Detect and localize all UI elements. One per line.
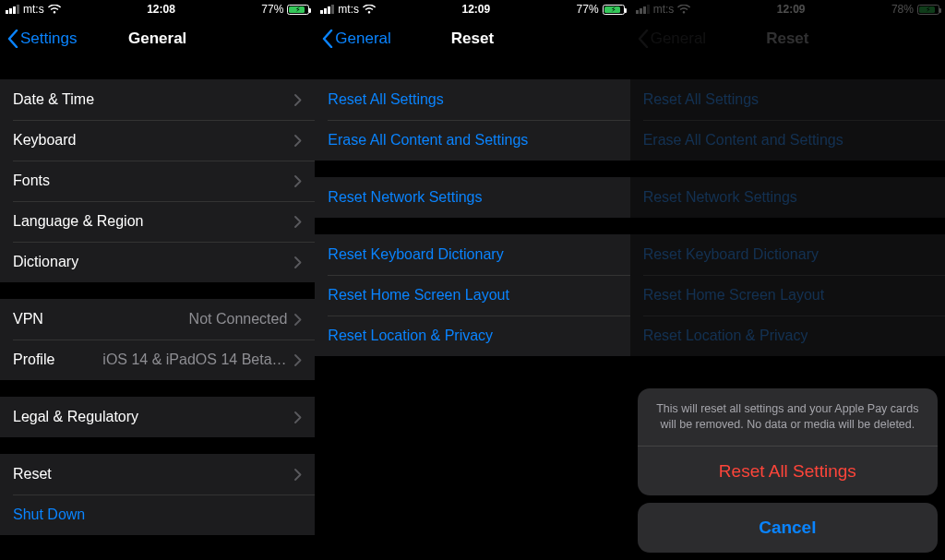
row-value: iOS 14 & iPadOS 14 Beta Softwar...	[102, 351, 287, 368]
action-sheet: This will reset all settings and your Ap…	[638, 388, 938, 553]
row-label: Reset Home Screen Layout	[643, 287, 825, 304]
row-label: Reset Location & Privacy	[643, 328, 808, 344]
row-label: Keyboard	[13, 132, 77, 149]
row-shut-down[interactable]: Shut Down	[0, 494, 315, 535]
row-label: Reset Location & Privacy	[328, 328, 493, 344]
group-reset-network: Reset Network Settings	[315, 177, 629, 218]
status-time: 12:08	[147, 3, 175, 16]
row-reset-all-settings: Reset All Settings	[630, 79, 945, 120]
row-reset-home-screen-layout[interactable]: Reset Home Screen Layout	[315, 275, 629, 316]
nav-bar: General Reset	[630, 18, 945, 59]
sheet-reset-all-button[interactable]: Reset All Settings	[638, 446, 938, 495]
nav-bar: General Reset	[315, 18, 629, 59]
chevron-right-icon	[294, 314, 302, 326]
row-label: Erase All Content and Settings	[328, 132, 528, 149]
row-erase-all-content[interactable]: Erase All Content and Settings	[315, 120, 629, 161]
sheet-message: This will reset all settings and your Ap…	[638, 388, 938, 446]
status-bar: mt:s 12:09 78% ⚡︎	[630, 0, 945, 18]
row-profile[interactable]: Profile iOS 14 & iPadOS 14 Beta Softwar.…	[0, 340, 315, 380]
row-label: Reset Home Screen Layout	[328, 287, 509, 304]
row-reset-location-privacy[interactable]: Reset Location & Privacy	[315, 316, 629, 356]
back-button[interactable]: Settings	[7, 30, 77, 48]
back-button: General	[638, 30, 706, 48]
status-bar: mt:s 12:08 77% ⚡︎	[0, 0, 315, 18]
row-erase-all-content: Erase All Content and Settings	[630, 120, 945, 161]
group-reset-shutdown: Reset Shut Down	[0, 454, 315, 535]
charging-bolt-icon: ⚡︎	[295, 6, 301, 14]
status-left: mt:s	[320, 3, 376, 16]
battery-percent: 77%	[261, 3, 283, 16]
row-label: Reset Network Settings	[328, 189, 482, 206]
chevron-right-icon	[294, 135, 302, 147]
chevron-right-icon	[294, 411, 302, 423]
row-label: Shut Down	[13, 506, 85, 523]
chevron-left-icon	[322, 30, 333, 48]
charging-bolt-icon: ⚡︎	[926, 6, 931, 14]
status-left: mt:s	[636, 3, 691, 16]
chevron-left-icon	[7, 30, 18, 48]
group-reset-other: Reset Keyboard Dictionary Reset Home Scr…	[630, 234, 945, 356]
row-legal-regulatory[interactable]: Legal & Regulatory	[0, 397, 315, 437]
row-fonts[interactable]: Fonts	[0, 161, 315, 201]
charging-bolt-icon: ⚡︎	[611, 6, 616, 14]
chevron-left-icon	[638, 30, 649, 48]
row-label: VPN	[13, 311, 43, 328]
row-label: Dictionary	[13, 254, 78, 270]
back-label: General	[651, 30, 706, 48]
row-reset[interactable]: Reset	[0, 454, 315, 494]
battery-icon: ⚡︎	[287, 5, 309, 15]
row-reset-keyboard-dictionary: Reset Keyboard Dictionary	[630, 234, 945, 275]
wifi-icon	[363, 5, 376, 14]
group-legal: Legal & Regulatory	[0, 397, 315, 437]
carrier-label: mt:s	[23, 3, 44, 16]
row-label: Reset Network Settings	[643, 189, 797, 206]
row-vpn[interactable]: VPN Not Connected	[0, 299, 315, 340]
battery-percent: 77%	[577, 3, 599, 16]
panel-reset-confirm: mt:s 12:09 78% ⚡︎ General Reset Reset Al…	[630, 0, 945, 560]
status-right: 78% ⚡︎	[891, 3, 939, 16]
row-label: Reset	[13, 466, 52, 483]
back-button[interactable]: General	[322, 30, 390, 48]
content: Date & Time Keyboard Fonts Language & Re…	[0, 59, 315, 560]
group-reset-all: Reset All Settings Erase All Content and…	[630, 79, 945, 161]
row-reset-home-screen-layout: Reset Home Screen Layout	[630, 275, 945, 316]
chevron-right-icon	[294, 216, 302, 228]
status-bar: mt:s 12:09 77% ⚡︎	[315, 0, 629, 18]
signal-icon	[6, 5, 19, 14]
back-label: General	[335, 30, 390, 48]
group-reset-other: Reset Keyboard Dictionary Reset Home Scr…	[315, 234, 629, 356]
wifi-icon	[677, 5, 690, 14]
group-vpn-profile: VPN Not Connected Profile iOS 14 & iPadO…	[0, 299, 315, 380]
chevron-right-icon	[294, 469, 302, 481]
row-dictionary[interactable]: Dictionary	[0, 242, 315, 282]
content: Reset All Settings Erase All Content and…	[315, 59, 629, 560]
chevron-right-icon	[294, 256, 302, 268]
group-datetime: Date & Time Keyboard Fonts Language & Re…	[0, 79, 315, 282]
row-label: Reset Keyboard Dictionary	[643, 246, 819, 263]
status-time: 12:09	[777, 3, 806, 16]
row-label: Date & Time	[13, 91, 94, 108]
status-right: 77% ⚡︎	[261, 3, 309, 16]
row-right: iOS 14 & iPadOS 14 Beta Softwar...	[102, 351, 302, 368]
nav-bar: Settings General	[0, 18, 315, 59]
row-label: Language & Region	[13, 213, 143, 230]
signal-icon	[636, 5, 650, 14]
row-reset-network-settings[interactable]: Reset Network Settings	[315, 177, 629, 218]
battery-icon: ⚡︎	[917, 5, 939, 15]
row-reset-all-settings[interactable]: Reset All Settings	[315, 79, 629, 120]
row-keyboard[interactable]: Keyboard	[0, 120, 315, 161]
status-time: 12:09	[461, 3, 490, 16]
row-reset-location-privacy: Reset Location & Privacy	[630, 316, 945, 356]
carrier-label: mt:s	[653, 3, 675, 16]
status-right: 77% ⚡︎	[577, 3, 625, 16]
row-date-time[interactable]: Date & Time	[0, 79, 315, 120]
chevron-right-icon	[294, 94, 302, 106]
chevron-right-icon	[294, 354, 302, 366]
row-label: Erase All Content and Settings	[643, 132, 843, 149]
row-reset-keyboard-dictionary[interactable]: Reset Keyboard Dictionary	[315, 234, 629, 275]
battery-percent: 78%	[891, 3, 914, 16]
row-language-region[interactable]: Language & Region	[0, 201, 315, 242]
row-label: Reset Keyboard Dictionary	[328, 246, 503, 263]
row-label: Reset All Settings	[643, 91, 759, 108]
sheet-cancel-button[interactable]: Cancel	[638, 503, 938, 553]
